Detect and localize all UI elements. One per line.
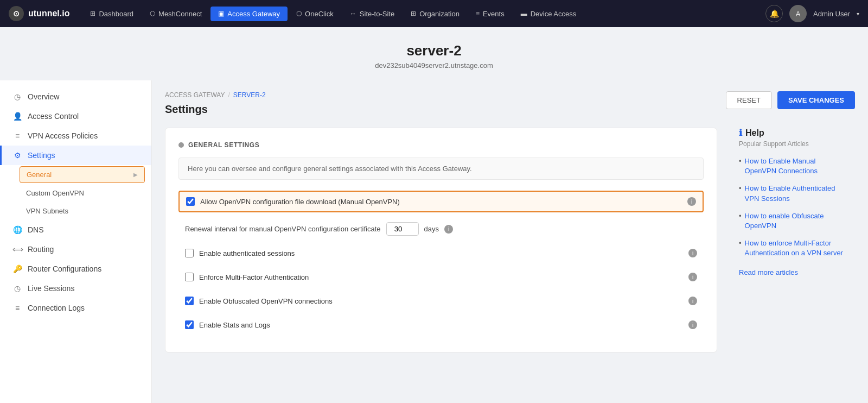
help-title: ℹ Help	[739, 128, 846, 138]
help-article-art4: How to enforce Multi-Factor Authenticati…	[739, 238, 846, 258]
sidebar-item-router-configs[interactable]: 🔑Router Configurations	[0, 259, 151, 279]
chevron-right-icon: ▶	[133, 172, 138, 178]
checkbox-label-allow-openvpn[interactable]: Allow OpenVPN configuration file downloa…	[200, 198, 682, 206]
checkbox-enable-stats[interactable]	[185, 320, 194, 329]
settings-main: GENERAL SETTINGS Here you can oversee an…	[165, 128, 717, 352]
sidebar-icon-settings: ⚙	[12, 151, 22, 160]
breadcrumb-item-2: SERVER-2	[233, 91, 266, 99]
server-name: server-2	[0, 42, 868, 59]
help-icon: ℹ	[739, 128, 742, 138]
nav-icon-access-gateway: ▣	[218, 10, 224, 17]
renewal-input[interactable]	[386, 222, 419, 236]
chevron-down-icon: ▾	[857, 11, 859, 17]
sidebar-sub-item-general[interactable]: General▶	[20, 166, 145, 183]
section-description: Here you can oversee and configure gener…	[178, 158, 704, 180]
nav-item-site-to-site[interactable]: ↔Site-to-Site	[342, 7, 402, 21]
info-icon-allow-openvpn[interactable]: i	[687, 197, 696, 206]
section-title: GENERAL SETTINGS	[188, 141, 259, 149]
help-article-link-art2[interactable]: How to Enable Authenticated VPN Sessions	[745, 184, 846, 203]
nav-icon-organization: ⊞	[411, 10, 416, 17]
sidebar-icon-routing: ⟺	[12, 245, 22, 254]
sidebar-icon-access-control: 👤	[12, 112, 22, 121]
logo-icon: ⊙	[9, 6, 24, 21]
renewal-info-icon[interactable]: i	[444, 225, 453, 234]
help-article-art2: How to Enable Authenticated VPN Sessions	[739, 184, 846, 203]
help-article-link-art1[interactable]: How to Enable Manual OpenVPN Connections	[745, 156, 846, 176]
sidebar-item-dns[interactable]: 🌐DNS	[0, 220, 151, 240]
help-subtitle: Popular Support Articles	[739, 140, 846, 148]
nav-items: ⊞Dashboard⬡MeshConnect▣Access Gateway⬡On…	[82, 7, 765, 21]
checkbox-label-enforce-mfa[interactable]: Enforce Multi-Factor Authentication	[199, 273, 683, 281]
nav-item-access-gateway[interactable]: ▣Access Gateway	[210, 7, 288, 21]
checkbox-enforce-mfa[interactable]	[185, 273, 194, 281]
nav-icon-site-to-site: ↔	[350, 10, 356, 17]
sidebar-item-live-sessions[interactable]: ◷Live Sessions	[0, 279, 151, 298]
content-area: ACCESS GATEWAY / SERVER-2 Settings RESET…	[152, 80, 868, 403]
nav-icon-meshconnect: ⬡	[150, 10, 155, 17]
checkbox-enable-auth-sessions[interactable]	[185, 249, 194, 257]
checkbox-enable-obfuscated[interactable]	[185, 297, 194, 305]
breadcrumb: ACCESS GATEWAY / SERVER-2	[165, 91, 266, 99]
nav-icon-events: ≡	[476, 10, 480, 17]
settings-card: GENERAL SETTINGS Here you can oversee an…	[165, 128, 717, 352]
info-icon-enforce-mfa[interactable]: i	[688, 273, 697, 281]
nav-item-meshconnect[interactable]: ⬡MeshConnect	[142, 7, 209, 21]
help-articles: How to Enable Manual OpenVPN Connections…	[739, 156, 846, 259]
checkbox-allow-openvpn[interactable]	[186, 197, 195, 206]
sidebar-icon-vpn-policies: ≡	[12, 131, 22, 140]
action-bar: RESET SAVE CHANGES	[726, 91, 855, 109]
sidebar-item-vpn-policies[interactable]: ≡VPN Access Policies	[0, 126, 151, 146]
info-icon-enable-obfuscated[interactable]: i	[688, 297, 697, 305]
checkbox-row-enable-stats: Enable Stats and Logs i	[178, 315, 704, 335]
sidebar-item-settings[interactable]: ⚙Settings	[0, 146, 151, 165]
sidebar-item-access-control[interactable]: 👤Access Control	[0, 106, 151, 126]
nav-item-device-access[interactable]: ▬Device Access	[513, 7, 584, 21]
sidebar-icon-router-configs: 🔑	[12, 265, 22, 273]
notifications-button[interactable]: 🔔	[765, 5, 783, 22]
nav-item-events[interactable]: ≡Events	[468, 7, 512, 21]
nav-icon-oneclick: ⬡	[296, 10, 302, 17]
sidebar-item-overview[interactable]: ◷Overview	[0, 87, 151, 106]
nav-item-organization[interactable]: ⊞Organization	[403, 7, 467, 21]
checkbox-row-enable-obfuscated: Enable Obfuscated OpenVPN connections i	[178, 291, 704, 311]
sidebar: ◷Overview👤Access Control≡VPN Access Poli…	[0, 80, 152, 403]
reset-button[interactable]: RESET	[726, 91, 772, 109]
page-title: Settings	[165, 103, 266, 116]
nav-item-oneclick[interactable]: ⬡OneClick	[289, 7, 341, 21]
user-name[interactable]: Admin User	[813, 10, 850, 18]
section-dot	[178, 142, 184, 148]
nav-item-dashboard[interactable]: ⊞Dashboard	[82, 7, 141, 21]
info-icon-enable-auth-sessions[interactable]: i	[688, 249, 697, 257]
sidebar-item-routing[interactable]: ⟺Routing	[0, 240, 151, 259]
page-header: server-2 dev232sub4049server2.utnstage.c…	[0, 27, 868, 80]
avatar[interactable]: A	[789, 5, 807, 22]
sidebar-sub-item-custom-openvpn[interactable]: Custom OpenVPN	[0, 184, 151, 202]
help-article-link-art4[interactable]: How to enforce Multi-Factor Authenticati…	[745, 238, 846, 258]
section-header: GENERAL SETTINGS	[178, 141, 704, 149]
read-more-link[interactable]: Read more articles	[739, 268, 798, 276]
sidebar-icon-connection-logs: ≡	[12, 304, 22, 312]
sidebar-icon-live-sessions: ◷	[12, 284, 22, 293]
info-icon-enable-stats[interactable]: i	[688, 320, 697, 329]
sidebar-sub-menu: General▶Custom OpenVPNVPN Subnets	[0, 166, 151, 220]
help-title-text: Help	[745, 128, 764, 138]
checkbox-label-enable-stats[interactable]: Enable Stats and Logs	[199, 321, 683, 329]
logo[interactable]: ⊙ utunnel.io	[9, 6, 69, 21]
breadcrumb-item-1[interactable]: ACCESS GATEWAY	[165, 91, 225, 99]
nav-icon-device-access: ▬	[521, 10, 527, 17]
nav-right: 🔔 A Admin User ▾	[765, 5, 859, 22]
checkbox-label-enable-auth-sessions[interactable]: Enable authenticated sessions	[199, 249, 683, 257]
logo-text: utunnel.io	[28, 9, 69, 18]
checkbox-rows: Allow OpenVPN configuration file downloa…	[178, 191, 704, 335]
help-article-link-art3[interactable]: How to enable Obfuscate OpenVPN	[745, 211, 846, 231]
sidebar-icon-overview: ◷	[12, 92, 22, 101]
save-changes-button[interactable]: SAVE CHANGES	[777, 91, 855, 109]
help-panel: ℹ Help Popular Support Articles How to E…	[730, 128, 855, 276]
help-article-art1: How to Enable Manual OpenVPN Connections	[739, 156, 846, 176]
checkbox-label-enable-obfuscated[interactable]: Enable Obfuscated OpenVPN connections	[199, 297, 683, 305]
renewal-label: Renewal interval for manual OpenVPN conf…	[185, 225, 381, 233]
sidebar-sub-item-vpn-subnets[interactable]: VPN Subnets	[0, 202, 151, 220]
breadcrumb-separator: /	[228, 91, 229, 99]
checkbox-row-enable-auth-sessions: Enable authenticated sessions i	[178, 243, 704, 263]
sidebar-item-connection-logs[interactable]: ≡Connection Logs	[0, 298, 151, 318]
